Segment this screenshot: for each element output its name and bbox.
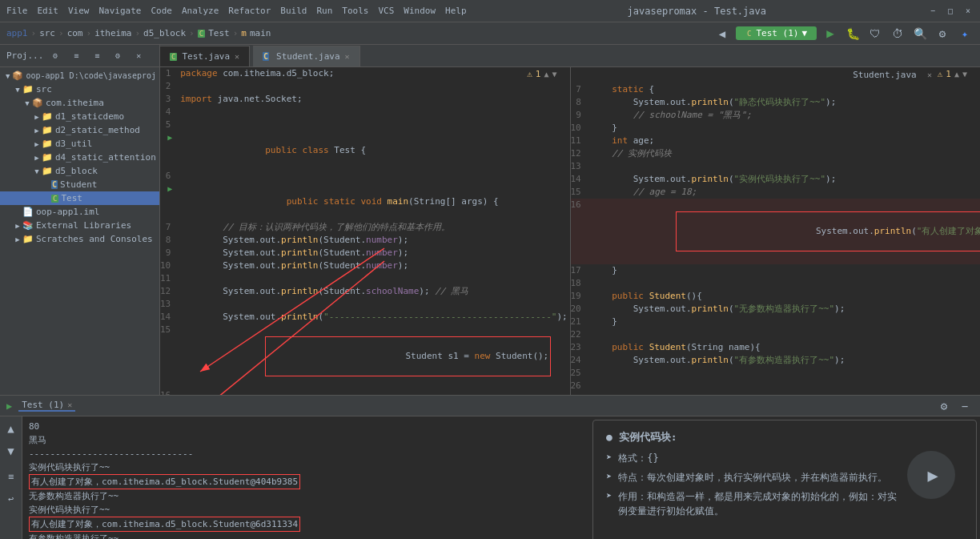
tree-label: External Libraries	[36, 220, 131, 231]
tab-icon: C	[263, 52, 269, 61]
menu-bar[interactable]: File Edit View Navigate Code Analyze Ref…	[6, 6, 467, 16]
play-video-button[interactable]: ▶	[907, 451, 955, 499]
test-file-icon: C	[51, 195, 58, 203]
tree-label: d3_util	[55, 139, 92, 149]
popup-row-2: ➤ 特点：每次创建对象时，执行实例代码块，并在构造器前执行。	[606, 470, 899, 485]
menu-file[interactable]: File	[6, 6, 28, 16]
run-config-dropdown[interactable]: ▼	[801, 28, 807, 38]
tab-close-button[interactable]: ✕	[345, 52, 350, 61]
nav-up-icon[interactable]: ▲	[544, 70, 548, 78]
breadcrumb-main-label[interactable]: main	[250, 28, 271, 38]
run-config-button[interactable]: C Test (1) ▼	[736, 26, 817, 40]
search-button[interactable]: 🔍	[911, 25, 929, 42]
student-tab-close[interactable]: ✕	[927, 70, 932, 79]
menu-edit[interactable]: Edit	[38, 6, 59, 16]
plugins-button[interactable]: ✦	[956, 25, 974, 42]
tab-student-java[interactable]: C Student.java ✕	[253, 46, 360, 66]
breadcrumb-test[interactable]: Test	[208, 28, 230, 38]
minimize-button[interactable]: −	[927, 6, 938, 17]
tree-item-test[interactable]: ▶ C Test	[0, 191, 159, 205]
sidebar-expand-icon[interactable]: ≡	[88, 47, 106, 65]
popup-title: ● 实例代码块:	[606, 430, 963, 444]
breadcrumb-d5block[interactable]: d5_block	[143, 28, 186, 38]
tab-test-java[interactable]: C Test.java ✕	[160, 46, 250, 66]
debug-button[interactable]: 🐛	[844, 25, 862, 42]
code-line-11: 11	[160, 272, 570, 285]
breadcrumb-app1[interactable]: app1	[6, 28, 28, 38]
code-area-left[interactable]: 1 package com.itheima.d5_block; 2 3 impo…	[160, 67, 570, 395]
tree-item-iml[interactable]: ▶ 📄 oop-app1.iml	[0, 205, 159, 219]
tab-close-button[interactable]: ✕	[235, 52, 239, 61]
tree-item-d3[interactable]: ▶ 📁 d3_util	[0, 137, 159, 151]
breadcrumb-itheima[interactable]: itheima	[94, 28, 131, 38]
folder-icon: 📁	[22, 84, 34, 95]
code-line-r19: 19 public Student(){	[571, 290, 981, 303]
menu-help[interactable]: Help	[445, 6, 467, 16]
editors-split: ⚠ 1 ▲ ▼ 1 package com.itheima.d5_block; …	[160, 67, 980, 395]
window-controls[interactable]: − □ ×	[927, 6, 974, 17]
close-button[interactable]: ×	[962, 6, 974, 17]
coverage-button[interactable]: 🛡	[866, 25, 884, 42]
tree-item-d4[interactable]: ▶ 📁 d4_static_attention	[0, 151, 159, 164]
menu-refactor[interactable]: Refactor	[228, 6, 271, 16]
tree-item-com-itheima[interactable]: ▼ 📦 com.itheima	[0, 96, 159, 110]
code-area-right[interactable]: 7 static { 8 System.out.println("静态代码块执行…	[571, 67, 981, 395]
popup-arrow-3: ➤	[606, 490, 612, 501]
line-code: static {	[588, 83, 980, 96]
line-code: public Student(){	[588, 290, 980, 303]
tree-item-external-libs[interactable]: ▶ 📚 External Libraries	[0, 219, 159, 232]
nav-down-right-icon[interactable]: ▼	[962, 70, 967, 78]
line-number: 13	[571, 160, 588, 173]
console-settings-icon[interactable]: ⚙	[935, 397, 953, 415]
settings-button[interactable]: ⚙	[934, 25, 951, 42]
code-line-2: 2	[160, 80, 570, 93]
menu-tools[interactable]: Tools	[342, 6, 368, 16]
line-code: import java.net.Socket;	[177, 93, 569, 106]
tree-item-d1[interactable]: ▶ 📁 d1_staticdemo	[0, 110, 159, 123]
tree-item-student[interactable]: ▶ C Student	[0, 178, 159, 191]
menu-analyze[interactable]: Analyze	[182, 6, 219, 16]
breadcrumb-com[interactable]: com	[67, 28, 83, 38]
code-line-8: 8 System.out.println(Student.number);	[160, 234, 570, 247]
back-button[interactable]: ◀	[713, 25, 731, 42]
profiler-button[interactable]: ⏱	[889, 25, 906, 42]
tree-item-scratches[interactable]: ▶ 📁 Scratches and Consoles	[0, 232, 159, 246]
line-number: 17	[571, 264, 588, 277]
run-tab-close[interactable]: ✕	[67, 400, 72, 409]
sidebar-options-icon[interactable]: ⚙	[109, 47, 127, 65]
menu-navigate[interactable]: Navigate	[99, 6, 142, 16]
scroll-up-icon[interactable]: ▲	[2, 420, 20, 437]
console-close-icon[interactable]: −	[956, 397, 974, 415]
menu-run[interactable]: Run	[316, 6, 332, 16]
wrap-icon[interactable]: ↩	[2, 490, 20, 508]
line-code: }	[588, 316, 980, 328]
nav-down-icon[interactable]: ▼	[552, 70, 556, 78]
tree-item-d2[interactable]: ▶ 📁 d2_static_method	[0, 123, 159, 137]
menu-code[interactable]: Code	[151, 6, 172, 16]
breadcrumb-src[interactable]: src	[39, 28, 55, 38]
popup-tooltip: ● 实例代码块: ➤ 格式：{} ➤ 特点：每次创建对象时，执行实例代码块，并在…	[592, 420, 977, 539]
filter-icon[interactable]: ≡	[2, 468, 20, 485]
tree-arrow: ▼	[3, 72, 12, 80]
tree-item-oop-app1[interactable]: ▼ 📦 oop-app1 D:\code\javaseproj	[0, 69, 159, 82]
breadcrumb-main[interactable]: m	[241, 28, 247, 38]
tree-item-src[interactable]: ▼ 📁 src	[0, 82, 159, 96]
line-number: 10	[160, 259, 177, 272]
nav-up-right-icon[interactable]: ▲	[954, 70, 959, 78]
line-number: 12	[160, 285, 177, 298]
folder-icon: 📁	[42, 152, 53, 163]
menu-vcs[interactable]: VCS	[378, 6, 394, 16]
library-icon: 📚	[22, 220, 34, 231]
sidebar-collapse-icon[interactable]: ≡	[67, 47, 85, 65]
sidebar-settings-icon[interactable]: ⚙	[46, 47, 64, 65]
sidebar-close-icon[interactable]: ✕	[130, 47, 147, 65]
tree-item-d5[interactable]: ▼ 📁 d5_block	[0, 164, 159, 178]
run-button[interactable]: ▶	[821, 25, 839, 42]
tree-label: Test	[61, 193, 82, 203]
menu-window[interactable]: Window	[404, 6, 436, 16]
scroll-down-icon[interactable]: ▼	[2, 442, 20, 460]
tab-test-run[interactable]: Test (1) ✕	[18, 400, 75, 412]
menu-view[interactable]: View	[68, 6, 90, 16]
menu-build[interactable]: Build	[280, 6, 307, 16]
maximize-button[interactable]: □	[945, 6, 956, 17]
